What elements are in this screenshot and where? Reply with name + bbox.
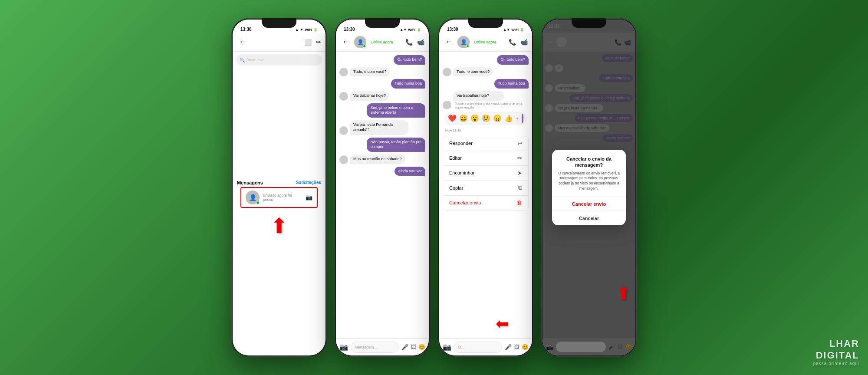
nav-icons-2: 📞 📹 bbox=[405, 39, 424, 46]
reaction-bar-3[interactable]: ❤️ 😄 😮 😢 😠 👍 + bbox=[444, 112, 527, 125]
msg-bubble-5-2: Sim, já tô online e com o sistema aberto bbox=[367, 103, 425, 118]
msg-bubble-4-3: Vai trabalhar hoje? bbox=[453, 91, 504, 101]
camera-button-2[interactable]: 📷 bbox=[339, 343, 348, 351]
msg-bubble-1-2: Oi, tudo bem? bbox=[394, 55, 425, 65]
up-arrow-1: ⬆ bbox=[270, 214, 288, 238]
ctx-reply-icon: ↩ bbox=[517, 140, 522, 147]
photo-icon-3[interactable]: 🖼 bbox=[514, 344, 519, 350]
time-2: 13:30 bbox=[344, 27, 355, 32]
nav-bar-2: ← 👤 Online agora 📞 📹 bbox=[336, 33, 429, 52]
msg-bubble-3-3: Tudo numa boa bbox=[494, 79, 529, 89]
time-3: 13:30 bbox=[447, 27, 458, 32]
message-input-2[interactable]: Mensagem... bbox=[351, 342, 399, 353]
ctx-edit-icon: ✏ bbox=[517, 155, 522, 161]
search-bar-1[interactable]: 🔍 Pesquisar bbox=[236, 54, 322, 66]
online-dot-nav-2 bbox=[363, 45, 366, 48]
back-button-2[interactable]: ← bbox=[340, 36, 352, 48]
reaction-thumbs[interactable]: 👍 bbox=[504, 114, 513, 122]
dialog-overlay-4: Cancelar o envio da mensagem? O cancelam… bbox=[542, 20, 635, 355]
solicitacoes-1[interactable]: Solicitações bbox=[296, 180, 321, 185]
nav-info-3: Online agora bbox=[472, 40, 506, 44]
time-1: 13:30 bbox=[240, 27, 252, 32]
msg-4-3: Vai trabalhar hoje? Toque e mantenha pre… bbox=[443, 91, 529, 109]
phone-icon-3[interactable]: 📞 bbox=[509, 39, 516, 46]
back-button-1[interactable]: ← bbox=[237, 36, 248, 48]
msg-avatar-8-2 bbox=[339, 155, 348, 164]
hint-text-3: Toque e mantenha pressionado para criar … bbox=[453, 102, 529, 109]
contact-item-1[interactable]: 👤 Enviado agora há pouco 📷 bbox=[240, 187, 318, 208]
camera-icon-1[interactable]: 📷 bbox=[306, 194, 312, 201]
contact-avatar-nav-3: 👤 bbox=[457, 36, 470, 48]
ctx-copy-icon: ⧉ bbox=[518, 184, 522, 191]
input-placeholder-3: M... bbox=[458, 345, 464, 349]
msg-bubble-4-2: Vai trabalhar hoje? bbox=[350, 91, 389, 101]
photo-icon-2[interactable]: 🖼 bbox=[411, 344, 416, 350]
emoji-icon-3[interactable]: 😊 bbox=[522, 344, 529, 350]
phone-4-wrapper: 13:30 ← Online agora 📞 📹 Oi, tudo bem? T… bbox=[541, 18, 637, 357]
phone-1-wrapper: 13:30 ▲ ▼ WiFi 🔋 ← ⬜ ✏ bbox=[231, 18, 327, 357]
msg-avatar-4-3 bbox=[443, 101, 451, 109]
cancel-send-button-4[interactable]: Cancelar envio bbox=[552, 197, 626, 211]
ctx-forward-label: Encaminhar bbox=[449, 170, 475, 175]
watermark-line1: LHAR bbox=[813, 338, 859, 349]
phone-icon-2[interactable]: 📞 bbox=[405, 39, 413, 46]
ctx-cancel-send[interactable]: Cancelar envio 🗑 bbox=[443, 195, 528, 210]
reaction-sad[interactable]: 😢 bbox=[482, 114, 490, 122]
input-bar-2: 📷 Mensagem... 🎤 🖼 😊 bbox=[336, 338, 429, 355]
video-icon-2[interactable]: 📹 bbox=[417, 39, 424, 46]
msg-avatar-2-2 bbox=[339, 68, 348, 76]
contact-avatar-1: 👤 bbox=[246, 191, 260, 204]
video-icon-3[interactable]: 📹 bbox=[520, 39, 528, 46]
online-dot-nav-3 bbox=[466, 45, 469, 48]
msg-2-2: Tudo, e com você? bbox=[339, 67, 425, 77]
messages-header-1: Mensagens Solicitações bbox=[237, 180, 321, 185]
dialog-title-4: Cancelar o envio da mensagem? bbox=[552, 150, 626, 171]
search-icon-1: 🔍 bbox=[240, 58, 245, 62]
msg-bubble-2-2: Tudo, e com você? bbox=[350, 67, 390, 77]
reaction-heart[interactable]: ❤️ bbox=[448, 114, 457, 122]
mic-icon-3[interactable]: 🎤 bbox=[505, 344, 512, 350]
msg-bubble-3-2: Tudo numa boa bbox=[391, 79, 425, 89]
reaction-angry[interactable]: 😠 bbox=[493, 114, 502, 122]
reaction-moon bbox=[522, 114, 523, 123]
ctx-copy-label: Copiar bbox=[449, 185, 463, 191]
arrow-area-1: ⬆ bbox=[233, 209, 326, 247]
msg-8-2: Mas na reunião de sábado? bbox=[339, 155, 425, 164]
reaction-add[interactable]: + bbox=[516, 115, 519, 122]
chat-content-2: Oi, tudo bem? Tudo, e com você? Tudo num… bbox=[336, 52, 429, 338]
msg-avatar-4-2 bbox=[339, 92, 348, 101]
camera-button-3[interactable]: 📷 bbox=[443, 343, 451, 351]
input-icons-3: 🎤 🖼 😊 bbox=[505, 344, 529, 350]
phone-2-inner: 13:30 ▲▼ WiFi 🔋 ← 👤 Online agora bbox=[336, 20, 429, 355]
video-icon-1[interactable]: ⬜ bbox=[304, 39, 312, 46]
right-arrow-3: ⬅ bbox=[496, 315, 509, 333]
message-input-3[interactable]: M... bbox=[454, 342, 502, 353]
ctx-reply[interactable]: Responder ↩ bbox=[443, 136, 528, 151]
ctx-copy[interactable]: Copiar ⧉ bbox=[443, 180, 528, 195]
back-button-3[interactable]: ← bbox=[444, 36, 455, 48]
nav-bar-3: ← 👤 Online agora 📞 📹 bbox=[439, 33, 532, 52]
dialog-box-4: Cancelar o envio da mensagem? O cancelam… bbox=[552, 150, 626, 225]
msg-5-2: Sim, já tô online e com o sistema aberto bbox=[339, 103, 425, 118]
phone-1-inner: 13:30 ▲ ▼ WiFi 🔋 ← ⬜ ✏ bbox=[233, 20, 326, 355]
phone-3-inner: 13:30 ▲▼ WiFi 🔋 ← 👤 Online agora bbox=[439, 20, 532, 355]
online-status-3: Online agora bbox=[474, 40, 506, 44]
msg-bubble-8-2: Mas na reunião de sábado? bbox=[350, 155, 405, 164]
mic-icon-2[interactable]: 🎤 bbox=[401, 344, 408, 350]
msg-3-3: Tudo numa boa bbox=[443, 79, 529, 89]
msg-9-2: Ainda vou ver bbox=[339, 167, 425, 176]
ctx-edit[interactable]: Editar ✏ bbox=[443, 151, 528, 165]
ctx-reply-label: Responder bbox=[449, 141, 473, 146]
ctx-forward[interactable]: Encaminhar ➤ bbox=[443, 165, 528, 180]
nav-icons-3: 📞 📹 bbox=[509, 39, 528, 46]
emoji-icon-2[interactable]: 😊 bbox=[418, 344, 425, 350]
reaction-laugh[interactable]: 😄 bbox=[459, 114, 468, 122]
input-icons-2: 🎤 🖼 😊 bbox=[401, 344, 425, 350]
reaction-wow[interactable]: 😮 bbox=[470, 114, 479, 122]
compose-icon-1[interactable]: ✏ bbox=[316, 39, 321, 46]
cancel-button-4[interactable]: Cancelar bbox=[552, 211, 626, 225]
status-icons-3: ▲▼ WiFi 🔋 bbox=[503, 28, 524, 32]
input-bar-3: 📷 M... 🎤 🖼 😊 bbox=[439, 338, 532, 355]
chat-content-3: Oi, tudo bem? Tudo, e com você? Tudo num… bbox=[439, 52, 532, 318]
contact-avatar-nav-2: 👤 bbox=[354, 36, 366, 48]
